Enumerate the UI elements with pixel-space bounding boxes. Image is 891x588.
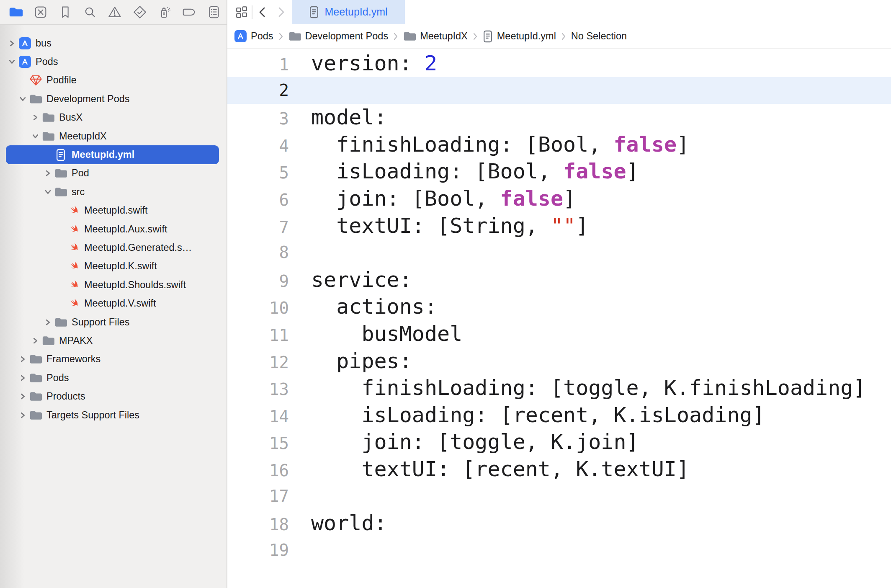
tree-row[interactable]: MeetupId.swift [6, 201, 219, 220]
line-number[interactable]: 9 [227, 268, 291, 295]
navigate-back-icon[interactable] [253, 0, 272, 24]
tree-row[interactable]: MeetupId.V.swift [6, 294, 219, 312]
tree-row[interactable]: src [6, 183, 219, 201]
swift-icon [66, 204, 80, 217]
bookmark-navigator-icon[interactable] [53, 0, 77, 25]
disclosure-chevron-icon[interactable] [17, 356, 28, 362]
tree-row[interactable]: Pods [6, 52, 219, 71]
code-line[interactable]: 12 pipes: [227, 348, 891, 375]
disclosure-chevron-icon[interactable] [6, 40, 18, 46]
tree-row[interactable]: Pods [6, 369, 219, 387]
line-number[interactable]: 3 [227, 106, 291, 133]
line-number[interactable]: 13 [227, 376, 291, 403]
tree-row[interactable]: Pod [6, 164, 219, 183]
disclosure-chevron-icon[interactable] [42, 319, 54, 325]
code-line[interactable]: 17 [227, 483, 891, 510]
line-number[interactable]: 10 [227, 295, 291, 322]
disclosure-chevron-icon[interactable] [17, 412, 28, 418]
project-navigator-icon[interactable] [3, 0, 28, 25]
tree-row[interactable]: MeetupId.yml [6, 145, 219, 164]
code-line[interactable]: 18world: [227, 510, 891, 537]
line-number[interactable]: 11 [227, 322, 291, 349]
breakpoint-navigator-icon[interactable] [177, 0, 202, 25]
code-line[interactable]: 4 finishLoading: [Bool, false] [227, 131, 891, 158]
tree-row[interactable]: MeetupId.Generated.s… [6, 238, 219, 257]
line-number[interactable]: 16 [227, 457, 291, 485]
disclosure-chevron-icon[interactable] [42, 189, 54, 195]
code-text: finishLoading: [toggle, K.finishLoading] [311, 374, 866, 402]
code-line[interactable]: 7 textUI: [String, ""] [227, 212, 891, 240]
disclosure-chevron-icon[interactable] [17, 375, 28, 381]
breadcrumb-item[interactable]: Pods [234, 30, 273, 42]
tree-row[interactable]: MPAKX [6, 331, 219, 350]
tree-row[interactable]: bus [6, 34, 219, 52]
code-line[interactable]: 14 isLoading: [recent, K.isLoading] [227, 402, 891, 429]
code-line[interactable]: 8 [227, 239, 891, 266]
issue-navigator-icon[interactable] [103, 0, 127, 25]
breadcrumb-item[interactable]: MeetupIdX [403, 31, 468, 42]
code-line[interactable]: 15 join: [toggle, K.join] [227, 428, 891, 456]
tree-row-label: MPAKX [59, 335, 93, 346]
tree-row[interactable]: Support Files [6, 313, 219, 331]
project-navigator-tree[interactable]: busPodsPodfileDevelopment PodsBusXMeetup… [0, 25, 227, 588]
tree-row[interactable]: BusX [6, 108, 219, 127]
code-line[interactable]: 10 actions: [227, 293, 891, 320]
line-number[interactable]: 2 [227, 77, 291, 104]
line-number[interactable]: 4 [227, 133, 291, 160]
disclosure-chevron-icon[interactable] [42, 170, 54, 176]
related-items-icon[interactable] [233, 0, 250, 24]
line-number[interactable]: 8 [227, 239, 291, 266]
line-number[interactable]: 18 [227, 511, 291, 539]
report-navigator-icon[interactable] [202, 0, 227, 25]
disclosure-chevron-icon[interactable] [17, 393, 28, 400]
breadcrumb-item[interactable]: Development Pods [288, 31, 389, 42]
tab-meetupid-yml[interactable]: MeetupId.yml [292, 0, 405, 24]
breadcrumb-item[interactable]: MeetupId.yml [483, 30, 556, 43]
tree-row[interactable]: Development Pods [6, 90, 219, 108]
code-line[interactable]: 3model: [227, 104, 891, 131]
breadcrumb-item[interactable]: No Selection [571, 31, 627, 42]
line-number[interactable]: 17 [227, 483, 291, 510]
source-editor[interactable]: 1version: 223model:4 finishLoading: [Boo… [227, 49, 891, 588]
tree-row[interactable]: Podfile [6, 71, 219, 90]
debug-navigator-icon[interactable] [152, 0, 177, 25]
tree-row[interactable]: Targets Support Files [6, 406, 219, 424]
tree-row-label: Development Pods [46, 93, 130, 105]
test-navigator-icon[interactable] [127, 0, 152, 25]
doc-icon [309, 6, 319, 18]
editor-area: MeetupId.yml PodsDevelopment PodsMeetupI… [227, 0, 891, 588]
code-line[interactable]: 16 textUI: [recent, K.textUI] [227, 456, 891, 483]
code-line[interactable]: 13 finishLoading: [toggle, K.finishLoadi… [227, 374, 891, 402]
line-number[interactable]: 15 [227, 430, 291, 457]
line-number[interactable]: 19 [227, 537, 291, 564]
line-number[interactable]: 5 [227, 160, 291, 187]
disclosure-chevron-icon[interactable] [29, 338, 41, 344]
code-line[interactable]: 1version: 2 [227, 50, 891, 77]
tree-row[interactable]: MeetupId.Shoulds.swift [6, 276, 219, 294]
line-number[interactable]: 1 [227, 52, 291, 79]
line-number[interactable]: 14 [227, 403, 291, 431]
disclosure-chevron-icon[interactable] [17, 96, 28, 102]
tree-row[interactable]: Products [6, 387, 219, 405]
code-line[interactable]: 5 isLoading: [Bool, false] [227, 158, 891, 185]
find-navigator-icon[interactable] [78, 0, 103, 25]
crash-navigator-icon[interactable] [28, 0, 53, 25]
tree-row-label: MeetupId.swift [84, 205, 148, 216]
code-line[interactable]: 9service: [227, 266, 891, 294]
navigate-forward-icon [272, 0, 290, 24]
code-line[interactable]: 2 [227, 77, 891, 104]
tree-row[interactable]: MeetupId.K.swift [6, 257, 219, 276]
disclosure-chevron-icon[interactable] [6, 59, 18, 65]
breadcrumb-label: MeetupIdX [420, 31, 468, 42]
code-line[interactable]: 6 join: [Bool, false] [227, 185, 891, 212]
disclosure-chevron-icon[interactable] [29, 133, 41, 139]
line-number[interactable]: 6 [227, 187, 291, 214]
tree-row[interactable]: Frameworks [6, 350, 219, 369]
code-line[interactable]: 19 [227, 537, 891, 564]
disclosure-chevron-icon[interactable] [29, 114, 41, 121]
line-number[interactable]: 12 [227, 349, 291, 377]
code-line[interactable]: 11 busModel [227, 320, 891, 348]
tree-row[interactable]: MeetupId.Aux.swift [6, 220, 219, 238]
tree-row[interactable]: MeetupIdX [6, 127, 219, 145]
line-number[interactable]: 7 [227, 214, 291, 241]
